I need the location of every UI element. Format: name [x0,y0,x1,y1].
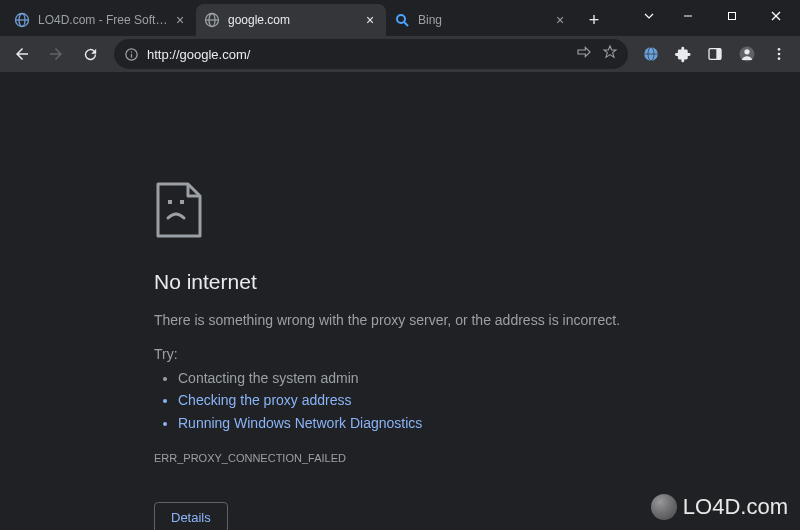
maximize-button[interactable] [710,1,754,31]
error-code: ERR_PROXY_CONNECTION_FAILED [154,452,800,464]
error-heading: No internet [154,270,800,294]
tab-title: google.com [228,13,358,27]
share-icon[interactable] [576,44,592,64]
svg-point-6 [397,15,405,23]
back-button[interactable] [6,39,38,69]
svg-rect-26 [180,200,184,204]
proxy-link[interactable]: Checking the proxy address [178,389,800,411]
window-titlebar: LO4D.com - Free Software Down × google.c… [0,0,800,36]
minimize-button[interactable] [666,1,710,31]
diagnostics-link[interactable]: Running Windows Network Diagnostics [178,412,800,434]
search-icon [394,12,410,28]
watermark: LO4D.com [651,494,788,520]
forward-button[interactable] [40,39,72,69]
bookmark-star-icon[interactable] [602,44,618,64]
globe-icon [204,12,220,28]
svg-point-22 [778,48,781,51]
list-item: Contacting the system admin [178,367,800,389]
svg-point-24 [778,57,781,60]
tab-strip: LO4D.com - Free Software Down × google.c… [6,0,632,36]
details-button[interactable]: Details [154,502,228,530]
globe-icon [14,12,30,28]
tab-title: Bing [418,13,548,27]
close-icon[interactable]: × [552,12,568,28]
error-message: There is something wrong with the proxy … [154,312,800,328]
close-icon[interactable]: × [362,12,378,28]
tab-title: LO4D.com - Free Software Down [38,13,168,27]
new-tab-button[interactable]: + [580,6,608,34]
svg-rect-9 [729,13,736,20]
info-icon[interactable] [124,47,139,62]
tab-lo4d[interactable]: LO4D.com - Free Software Down × [6,4,196,36]
close-icon[interactable]: × [172,12,188,28]
sphere-icon [651,494,677,520]
profile-icon[interactable] [732,39,762,69]
reload-button[interactable] [74,39,106,69]
error-page: No internet There is something wrong wit… [0,72,800,530]
svg-point-14 [131,51,133,53]
suggestion-list: Contacting the system admin Checking the… [154,367,800,434]
close-button[interactable] [754,1,798,31]
svg-line-7 [404,22,408,26]
chevron-down-icon[interactable] [632,1,666,31]
browser-toolbar [0,36,800,72]
tab-bing[interactable]: Bing × [386,4,576,36]
svg-point-21 [744,49,749,54]
tab-google[interactable]: google.com × [196,4,386,36]
watermark-text: LO4D.com [683,494,788,520]
side-panel-icon[interactable] [700,39,730,69]
extensions-icon[interactable] [668,39,698,69]
svg-rect-19 [716,49,721,60]
url-input[interactable] [147,47,568,62]
menu-icon[interactable] [764,39,794,69]
window-controls [632,0,800,36]
address-bar[interactable] [114,39,628,69]
svg-rect-25 [168,200,172,204]
svg-point-23 [778,53,781,56]
try-label: Try: [154,346,800,362]
extension-globe-icon[interactable] [636,39,666,69]
sad-document-icon [154,182,800,242]
